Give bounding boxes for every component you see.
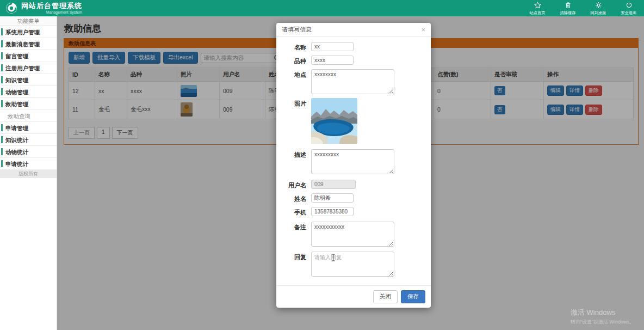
nav-logout[interactable]: 安全退出 bbox=[614, 1, 644, 16]
power-icon bbox=[626, 2, 633, 9]
app-subtitle: Management System bbox=[21, 10, 82, 14]
sidebar-item-news[interactable]: 最新消息管理 bbox=[0, 38, 57, 50]
edit-modal: 请填写信息 × 名称 品种 地点 照片 bbox=[276, 23, 431, 308]
modal-save-button[interactable]: 保存 bbox=[401, 290, 425, 303]
nav-back-desktop[interactable]: 回到桌面 bbox=[583, 1, 614, 16]
field-name: 名称 bbox=[276, 42, 424, 52]
breed-input[interactable] bbox=[311, 56, 354, 65]
field-label: 用户名 bbox=[276, 180, 311, 190]
reply-textarea[interactable] bbox=[311, 252, 394, 277]
sidebar-item-messages[interactable]: 留言管理 bbox=[0, 50, 57, 62]
field-username: 用户名 bbox=[276, 180, 424, 190]
field-label: 照片 bbox=[276, 98, 311, 144]
gear-icon bbox=[595, 2, 602, 9]
content-area: 救助信息 救助信息表 新增 批量导入 下载模板 导出excel bbox=[57, 16, 644, 330]
location-textarea[interactable] bbox=[311, 69, 394, 94]
field-realname: 姓名 bbox=[276, 193, 424, 203]
field-description: 描述 bbox=[276, 149, 424, 174]
sidebar-header: 功能菜单 bbox=[0, 16, 57, 26]
sidebar-item-system-users[interactable]: 系统用户管理 bbox=[0, 26, 57, 38]
sidebar-item-label: 注册用户管理 bbox=[5, 65, 40, 71]
field-breed: 品种 bbox=[276, 56, 424, 65]
logo-icon bbox=[5, 2, 17, 14]
sidebar-item-label: 动物管理 bbox=[5, 89, 28, 95]
modal-title: 请填写信息 bbox=[282, 26, 312, 34]
sidebar-item-animal-stats[interactable]: 动物统计 bbox=[0, 146, 57, 158]
phone-input[interactable] bbox=[311, 207, 354, 216]
sidebar-item-animals[interactable]: 动物管理 bbox=[0, 86, 57, 98]
field-photo: 照片 bbox=[276, 98, 424, 144]
field-location: 地点 bbox=[276, 69, 424, 94]
username-input bbox=[311, 180, 356, 189]
remark-textarea[interactable] bbox=[311, 222, 394, 247]
nav-clear-cache[interactable]: 清除缓存 bbox=[553, 1, 583, 16]
sidebar-item-label: 申请管理 bbox=[5, 125, 28, 131]
photo-preview[interactable] bbox=[311, 98, 357, 144]
app-title: 网站后台管理系统 bbox=[21, 2, 82, 9]
field-label: 描述 bbox=[276, 149, 311, 174]
sidebar-item-applications[interactable]: 申请管理 bbox=[0, 122, 57, 134]
field-label: 品种 bbox=[276, 56, 311, 65]
sidebar-item-knowledge[interactable]: 知识管理 bbox=[0, 74, 57, 86]
modal-header: 请填写信息 × bbox=[276, 23, 431, 37]
sidebar-item-registered-users[interactable]: 注册用户管理 bbox=[0, 62, 57, 74]
field-label: 回复 bbox=[276, 252, 311, 279]
modal-footer: 关闭 保存 bbox=[276, 285, 431, 308]
name-input[interactable] bbox=[311, 42, 354, 51]
close-icon[interactable]: × bbox=[421, 26, 425, 33]
field-label: 姓名 bbox=[276, 193, 311, 203]
sidebar-item-label: 救助管理 bbox=[5, 101, 28, 107]
field-phone: 手机 bbox=[276, 207, 424, 217]
sidebar-item-label: 系统用户管理 bbox=[5, 29, 40, 35]
star-icon bbox=[534, 2, 541, 9]
field-reply: 回复 bbox=[276, 252, 424, 279]
sidebar-footer: 版权所有 bbox=[0, 170, 57, 178]
nav-label: 清除缓存 bbox=[560, 10, 576, 16]
reply-wrap bbox=[311, 252, 394, 279]
description-textarea[interactable] bbox=[311, 149, 394, 174]
sidebar-item-label: 救助查询 bbox=[8, 113, 30, 119]
sidebar-item-label: 动物统计 bbox=[5, 149, 28, 155]
brand-text: 网站后台管理系统 Management System bbox=[21, 2, 82, 14]
text-cursor-icon bbox=[331, 254, 336, 264]
header-nav: 站点首页 清除缓存 回到桌面 安全退出 bbox=[522, 1, 644, 16]
sidebar-item-label: 最新消息管理 bbox=[5, 41, 40, 47]
app: 网站后台管理系统 Management System 站点首页 清除缓存 bbox=[0, 0, 644, 330]
field-label: 名称 bbox=[276, 42, 311, 52]
field-label: 备注 bbox=[276, 222, 311, 247]
sidebar-item-label: 留言管理 bbox=[5, 53, 28, 59]
field-remark: 备注 bbox=[276, 222, 424, 247]
sidebar-item-label: 知识管理 bbox=[5, 77, 28, 83]
sidebar-item-label: 申请统计 bbox=[5, 161, 28, 167]
nav-label: 站点首页 bbox=[530, 10, 546, 16]
nav-label: 回到桌面 bbox=[591, 10, 606, 16]
nav-label: 安全退出 bbox=[621, 10, 637, 16]
trash-icon bbox=[565, 2, 572, 9]
realname-input[interactable] bbox=[311, 193, 354, 203]
modal-close-button[interactable]: 关闭 bbox=[373, 290, 398, 303]
app-header: 网站后台管理系统 Management System 站点首页 清除缓存 bbox=[0, 0, 644, 16]
nav-site-home[interactable]: 站点首页 bbox=[522, 1, 553, 16]
sidebar-item-rescue-query[interactable]: 救助查询 bbox=[0, 110, 57, 122]
sidebar-item-label: 知识统计 bbox=[5, 137, 28, 143]
brand: 网站后台管理系统 Management System bbox=[0, 2, 82, 14]
sidebar-item-knowledge-stats[interactable]: 知识统计 bbox=[0, 134, 57, 146]
sidebar-item-application-stats[interactable]: 申请统计 bbox=[0, 158, 57, 170]
sidebar-item-rescue[interactable]: 救助管理 bbox=[0, 98, 57, 110]
field-label: 手机 bbox=[276, 207, 311, 217]
sidebar: 功能菜单 系统用户管理 最新消息管理 留言管理 注册用户管理 知识管理 动物管理… bbox=[0, 16, 57, 330]
field-label: 地点 bbox=[276, 69, 311, 94]
modal-body: 名称 品种 地点 照片 bbox=[276, 37, 431, 282]
